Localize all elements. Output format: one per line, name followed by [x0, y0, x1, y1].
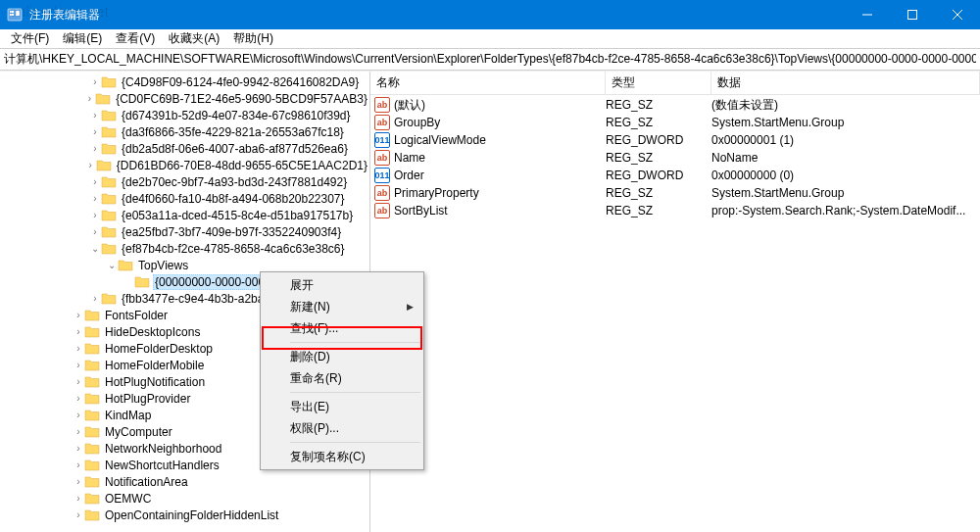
- twisty-closed-icon[interactable]: ›: [73, 376, 84, 387]
- context-menu-label: 删除(D): [290, 349, 330, 365]
- context-menu-item[interactable]: 复制项名称(C): [263, 446, 421, 467]
- list-row[interactable]: abSortByListREG_SZprop:-System.Search.Ra…: [370, 202, 980, 219]
- value-data: NoName: [711, 151, 980, 165]
- value-data: 0x00000000 (0): [711, 169, 980, 182]
- context-menu-item[interactable]: 新建(N)▶: [263, 296, 421, 317]
- tree-row[interactable]: ›OpenContainingFolderHiddenList: [0, 507, 369, 523]
- tree-row[interactable]: ⌄{ef87b4cb-f2ce-4785-8658-4ca6c63e38c6}: [0, 240, 369, 257]
- tree-row[interactable]: ›{de2b70ec-9bf7-4a93-bd3d-243f7881d492}: [0, 173, 369, 190]
- twisty-closed-icon[interactable]: ›: [84, 93, 95, 104]
- context-menu-item[interactable]: 展开: [263, 274, 421, 296]
- list-row[interactable]: abPrimaryPropertyREG_SZSystem.StartMenu.…: [370, 184, 980, 202]
- twisty-closed-icon[interactable]: ›: [73, 310, 84, 320]
- folder-icon: [101, 125, 117, 138]
- menu-edit[interactable]: 编辑(E): [56, 28, 109, 49]
- tree-label: NetworkNeighborhood: [103, 442, 223, 456]
- tree-row[interactable]: ›{C4D98F09-6124-4fe0-9942-826416082DA9}: [0, 73, 369, 90]
- value-name: GroupBy: [390, 116, 606, 129]
- twisty-closed-icon[interactable]: ›: [73, 343, 84, 354]
- tree-label: {de4f0660-fa10-4b8f-a494-068b20b22307}: [120, 192, 347, 206]
- col-header-type[interactable]: 类型: [606, 72, 711, 94]
- col-header-name[interactable]: 名称: [370, 72, 606, 94]
- menu-favorites[interactable]: 收藏夹(A): [162, 28, 226, 49]
- tree-row[interactable]: ›{da3f6866-35fe-4229-821a-26553a67fc18}: [0, 123, 369, 140]
- list-row[interactable]: ab(默认)REG_SZ(数值未设置): [370, 96, 980, 114]
- maximize-button[interactable]: [890, 0, 935, 29]
- folder-icon: [84, 475, 100, 488]
- context-menu-item[interactable]: 删除(D): [263, 346, 421, 367]
- list-row[interactable]: 011OrderREG_DWORD0x00000000 (0): [370, 167, 980, 184]
- menu-view[interactable]: 查看(V): [109, 28, 162, 49]
- twisty-closed-icon[interactable]: ›: [84, 160, 95, 170]
- list-row[interactable]: 011LogicalViewModeREG_DWORD0x00000001 (1…: [370, 131, 980, 149]
- context-menu-label: 重命名(R): [290, 370, 342, 387]
- twisty-closed-icon[interactable]: ›: [89, 110, 101, 121]
- twisty-closed-icon[interactable]: ›: [89, 293, 101, 304]
- list-pane[interactable]: 名称 类型 数据 ab(默认)REG_SZ(数值未设置)abGroupByREG…: [370, 72, 980, 532]
- twisty-closed-icon[interactable]: ›: [73, 410, 84, 420]
- twisty-closed-icon[interactable]: ›: [89, 76, 101, 87]
- string-value-icon: ab: [374, 150, 390, 166]
- folder-icon: [101, 225, 117, 238]
- context-menu-item[interactable]: 导出(E): [263, 396, 421, 417]
- addressbar[interactable]: 计算机\HKEY_LOCAL_MACHINE\SOFTWARE\Microsof…: [0, 49, 980, 71]
- tree-row[interactable]: ›{de4f0660-fa10-4b8f-a494-068b20b22307}: [0, 190, 369, 207]
- tree-label: KindMap: [103, 409, 153, 422]
- twisty-closed-icon[interactable]: ›: [89, 226, 101, 237]
- tree-row[interactable]: ›{ea25fbd7-3bf7-409e-b97f-3352240903f4}: [0, 223, 369, 240]
- svg-rect-3: [16, 11, 20, 16]
- list-row[interactable]: abNameREG_SZNoName: [370, 149, 980, 167]
- twisty-closed-icon[interactable]: ›: [73, 360, 84, 370]
- twisty-closed-icon[interactable]: ›: [73, 326, 84, 337]
- list-row[interactable]: abGroupByREG_SZSystem.StartMenu.Group: [370, 114, 980, 131]
- tree-label: {de2b70ec-9bf7-4a93-bd3d-243f7881d492}: [120, 175, 349, 189]
- twisty-closed-icon[interactable]: ›: [89, 126, 101, 137]
- context-menu-item[interactable]: 权限(P)...: [263, 417, 421, 439]
- folder-icon: [118, 259, 133, 271]
- window-title: 注册表编辑器: [29, 7, 845, 24]
- menu-help[interactable]: 帮助(H): [226, 28, 280, 49]
- tree-label: HomeFolderDesktop: [103, 342, 215, 356]
- tree-label: MyComputer: [103, 425, 174, 439]
- tree-row[interactable]: ›{db2a5d8f-06e6-4007-aba6-af877d526ea6}: [0, 140, 369, 157]
- twisty-closed-icon[interactable]: ›: [89, 143, 101, 154]
- string-value-icon: ab: [374, 203, 390, 218]
- twisty-closed-icon[interactable]: ›: [73, 426, 84, 437]
- twisty-closed-icon[interactable]: ›: [89, 176, 101, 187]
- twisty-closed-icon[interactable]: ›: [73, 443, 84, 454]
- value-name: SortByList: [390, 204, 606, 218]
- folder-icon: [101, 109, 117, 121]
- twisty-closed-icon[interactable]: ›: [89, 210, 101, 220]
- tree-label: {ef87b4cb-f2ce-4785-8658-4ca6c63e38c6}: [120, 242, 347, 256]
- twisty-closed-icon[interactable]: ›: [73, 393, 84, 404]
- tree-row[interactable]: ›{d674391b-52d9-4e07-834e-67c98610f39d}: [0, 107, 369, 123]
- value-data: 0x00000001 (1): [711, 133, 980, 147]
- col-header-data[interactable]: 数据: [711, 72, 980, 94]
- folder-icon: [134, 275, 150, 288]
- close-button[interactable]: [935, 0, 980, 29]
- twisty-closed-icon[interactable]: ›: [89, 193, 101, 204]
- svg-rect-2: [10, 14, 14, 16]
- folder-icon: [84, 392, 100, 405]
- tree-row[interactable]: ›{CD0FC69B-71E2-46e5-9690-5BCD9F57AAB3}: [0, 90, 369, 107]
- context-menu-item[interactable]: 查找(F)...: [263, 317, 421, 339]
- menu-file[interactable]: 文件(F): [4, 28, 56, 49]
- tree-row[interactable]: ›OEMWC: [0, 490, 369, 507]
- value-data: System.StartMenu.Group: [711, 116, 980, 129]
- twisty-closed-icon[interactable]: ›: [73, 459, 84, 470]
- folder-icon: [101, 175, 117, 188]
- tree-row[interactable]: ›NotificationArea: [0, 473, 369, 490]
- folder-icon: [84, 508, 100, 521]
- tree-label: {ea25fbd7-3bf7-409e-b97f-3352240903f4}: [120, 225, 343, 239]
- twisty-closed-icon[interactable]: ›: [73, 509, 84, 520]
- minimize-button[interactable]: [845, 0, 890, 29]
- tree-row[interactable]: ›{e053a11a-dced-4515-8c4e-d51ba917517b}: [0, 207, 369, 223]
- twisty-closed-icon[interactable]: ›: [73, 476, 84, 487]
- context-menu-item[interactable]: 重命名(R): [263, 367, 421, 389]
- twisty-open-icon[interactable]: ⌄: [106, 260, 118, 270]
- tree-label: FontsFolder: [103, 309, 170, 322]
- twisty-open-icon[interactable]: ⌄: [89, 243, 101, 254]
- twisty-closed-icon[interactable]: ›: [73, 493, 84, 504]
- context-menu-label: 复制项名称(C): [290, 449, 366, 465]
- tree-row[interactable]: ›{DD61BD66-70E8-48dd-9655-65C5E1AAC2D1}: [0, 157, 369, 173]
